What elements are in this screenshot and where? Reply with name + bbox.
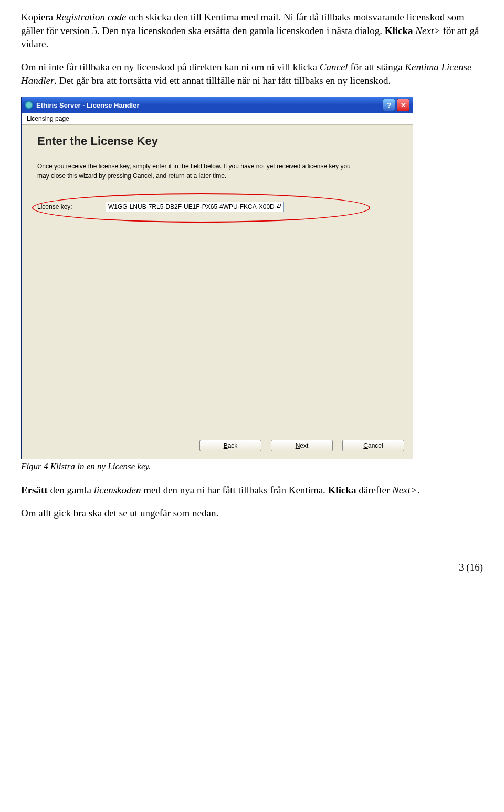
paragraph-4: Om allt gick bra ska det se ut ungefär s… [21, 507, 483, 520]
back-button[interactable]: Back [200, 440, 261, 451]
action-klicka: Klicka [328, 484, 356, 495]
term-next: Next> [392, 484, 417, 495]
term-registration-code: Registration code [56, 12, 127, 23]
next-button[interactable]: Next [271, 440, 333, 451]
help-button[interactable]: ? [383, 99, 395, 111]
term-next: Next> [413, 25, 440, 36]
paragraph-3: Ersätt den gamla licenskoden med den nya… [21, 483, 483, 497]
window-title: Ethiris Server - License Handler [36, 101, 381, 109]
term-licenskoden: licenskoden [94, 484, 141, 495]
dialog-description: Once you receive the license key, simply… [37, 162, 363, 181]
titlebar: Ethiris Server - License Handler ? ✕ [22, 97, 413, 113]
subheader: Licensing page [22, 113, 413, 125]
cancel-button[interactable]: Cancel [342, 440, 404, 451]
term-cancel: Cancel [320, 61, 348, 72]
label: ack [228, 442, 238, 449]
text: med den nya ni har fått tillbaks från Ke… [141, 484, 328, 495]
paragraph-1: Kopiera Registration code och skicka den… [21, 10, 483, 51]
text: Kopiera [21, 12, 56, 23]
mnemonic: B [224, 442, 228, 449]
close-button[interactable]: ✕ [397, 99, 410, 111]
label: ext [300, 442, 308, 449]
text: . [417, 484, 420, 495]
text: den gamla [48, 484, 94, 495]
label: ancel [368, 442, 383, 449]
license-key-input[interactable] [106, 202, 284, 212]
figure-caption: Figur 4 Klistra in en ny License key. [21, 461, 483, 472]
text: därefter [356, 484, 392, 495]
page-number: 3 (16) [21, 562, 483, 573]
license-handler-dialog: Ethiris Server - License Handler ? ✕ Lic… [21, 97, 413, 459]
license-key-row: License key: [37, 202, 397, 212]
text: Om ni inte får tillbaka en ny licenskod … [21, 61, 320, 72]
action-klicka: Klicka [385, 25, 413, 36]
license-key-label: License key: [37, 203, 106, 210]
action-ersatt: Ersätt [21, 484, 48, 495]
app-icon [25, 101, 33, 109]
text: . Det går bra att fortsätta vid ett anna… [54, 75, 391, 86]
dialog-heading: Enter the License Key [37, 134, 397, 148]
mnemonic: C [363, 442, 368, 449]
dialog-body: Enter the License Key Once you receive t… [22, 125, 413, 435]
paragraph-2: Om ni inte får tillbaka en ny licenskod … [21, 60, 483, 87]
text: för att stänga [348, 61, 405, 72]
button-bar: Back Next Cancel [22, 435, 413, 459]
